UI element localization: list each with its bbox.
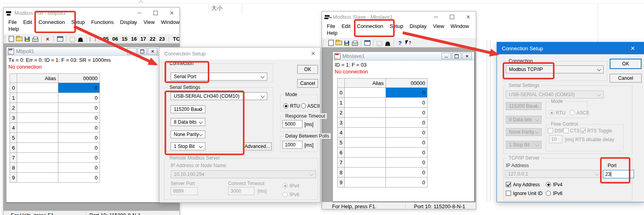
menu-edit[interactable]: Edit — [338, 23, 354, 30]
doc-minimize-icon[interactable] — [127, 48, 137, 55]
open-file-icon[interactable] — [335, 40, 342, 46]
doc-close-icon[interactable]: × — [148, 48, 157, 55]
alias-cell[interactable] — [17, 133, 58, 143]
value-cell[interactable]: 0 — [58, 123, 100, 133]
ignore-unit-id-checkbox[interactable] — [506, 191, 511, 196]
slave-device-icon[interactable] — [376, 40, 383, 46]
port-input[interactable]: 23 — [603, 170, 634, 178]
row-header[interactable]: 8 — [338, 168, 345, 178]
row-header[interactable]: 5 — [338, 138, 345, 148]
alias-cell[interactable] — [17, 163, 58, 173]
rtu-radio[interactable] — [283, 103, 288, 108]
doc-minimize-icon[interactable] — [441, 53, 451, 59]
alias-cell[interactable] — [345, 158, 386, 168]
setup-window-icon[interactable] — [364, 40, 371, 46]
close-icon[interactable]: × — [466, 15, 470, 19]
context-help-cursor-icon[interactable] — [404, 40, 411, 46]
alias-cell[interactable] — [17, 113, 58, 123]
row-header[interactable]: 9 — [338, 178, 345, 187]
ipv4-radio[interactable] — [546, 182, 551, 187]
row-header[interactable]: 9 — [10, 173, 17, 183]
value-cell[interactable]: 0 — [58, 103, 100, 113]
open-file-icon[interactable] — [16, 36, 23, 42]
row-header[interactable]: 2 — [10, 103, 17, 113]
dialog-titlebar[interactable]: Connection Setup × — [159, 47, 320, 59]
dialog-titlebar[interactable]: Connection Setup × — [497, 42, 644, 54]
func-17-button[interactable]: 17 — [139, 36, 147, 42]
ok-button[interactable]: OK — [297, 65, 318, 74]
row-header[interactable]: 0 — [10, 83, 17, 93]
value-cell[interactable]: 0 — [386, 168, 427, 178]
menu-connection[interactable]: Connection — [354, 23, 386, 30]
alias-cell[interactable] — [17, 143, 58, 153]
value-cell[interactable]: 0 — [58, 143, 100, 153]
row-header[interactable]: 6 — [338, 148, 345, 158]
alias-cell[interactable] — [345, 108, 386, 118]
data-bits-dropdown[interactable]: 8 Data bits — [171, 118, 205, 126]
save-icon[interactable] — [343, 40, 350, 46]
alias-cell[interactable] — [345, 118, 386, 128]
doc-restore-icon[interactable] — [452, 53, 461, 59]
menu-edit[interactable]: Edit — [20, 19, 35, 26]
value-cell[interactable]: 0 — [386, 88, 427, 98]
row-header[interactable]: 7 — [10, 153, 17, 163]
menu-connection[interactable]: Connection — [35, 19, 68, 26]
any-address-checkbox[interactable] — [506, 182, 511, 187]
alias-column-header[interactable]: Alias — [17, 74, 58, 83]
value-cell[interactable]: 0 — [386, 158, 427, 168]
alias-cell[interactable] — [17, 153, 58, 163]
func-06-button[interactable]: 06 — [111, 36, 119, 42]
delete-icon[interactable]: × — [44, 36, 51, 42]
maximize-icon[interactable] — [450, 15, 454, 19]
close-icon[interactable]: × — [630, 45, 635, 51]
help-icon[interactable]: ? — [396, 40, 403, 46]
value-cell[interactable]: 0 — [386, 108, 427, 118]
connect-timeout-input[interactable]: 3000 — [228, 187, 254, 195]
func-22-button[interactable]: 22 — [148, 36, 157, 42]
minimize-icon[interactable] — [434, 17, 438, 17]
ipv6-radio[interactable] — [282, 192, 288, 197]
menu-functions[interactable]: Functions — [88, 19, 117, 26]
row-header[interactable]: 1 — [338, 98, 345, 108]
alias-cell[interactable] — [17, 123, 58, 133]
menu-setup[interactable]: Setup — [68, 19, 88, 26]
alias-cell[interactable] — [345, 88, 386, 98]
register-column-header[interactable]: 00000 — [386, 79, 427, 88]
value-cell[interactable]: 0 — [386, 128, 427, 138]
row-header[interactable]: 2 — [338, 108, 345, 118]
connection-type-dropdown[interactable]: Modbus TCP/IP — [506, 65, 604, 73]
func-05-button[interactable]: 05 — [101, 36, 110, 42]
page-scrollbar-track[interactable] — [487, 40, 491, 201]
server-port-input[interactable]: 8899 — [171, 187, 198, 195]
alias-cell[interactable] — [345, 128, 386, 138]
communication-bell-icon[interactable] — [77, 36, 84, 42]
value-cell[interactable]: 0 — [58, 153, 100, 163]
row-header[interactable]: 6 — [10, 143, 17, 153]
delay-input[interactable]: 1000 — [282, 141, 302, 149]
value-cell[interactable]: 0 — [58, 133, 100, 143]
alias-column-header[interactable]: Alias — [345, 79, 386, 88]
collapse-caret-icon[interactable] — [139, 0, 143, 5]
remote-ip-dropdown[interactable]: 10.10.100.254 — [171, 170, 316, 178]
corner-header[interactable] — [338, 79, 345, 88]
func-15-button[interactable]: 15 — [120, 36, 129, 42]
new-file-icon[interactable] — [8, 36, 15, 42]
ok-button[interactable]: OK — [610, 59, 642, 69]
value-cell[interactable]: 0 — [58, 83, 100, 93]
alias-cell[interactable] — [345, 148, 386, 158]
response-timeout-input[interactable]: 5000 — [282, 120, 302, 128]
poll-titlebar[interactable]: Modbus Poll - Mbpoll1 × — [4, 8, 179, 18]
func-16-button[interactable]: 16 — [129, 36, 138, 42]
save-icon[interactable] — [24, 36, 31, 42]
row-header[interactable]: 3 — [10, 113, 17, 123]
value-cell[interactable]: 0 — [58, 93, 100, 103]
value-cell[interactable]: 0 — [386, 178, 427, 187]
parity-dropdown[interactable]: None Parity — [171, 130, 205, 138]
row-header[interactable]: 3 — [338, 118, 345, 128]
alias-cell[interactable] — [17, 93, 58, 103]
setup-window-icon[interactable] — [56, 36, 64, 42]
ascii-radio[interactable] — [301, 103, 306, 108]
alias-cell[interactable] — [345, 138, 386, 148]
row-header[interactable]: 8 — [10, 163, 17, 173]
alias-cell[interactable] — [17, 173, 58, 183]
